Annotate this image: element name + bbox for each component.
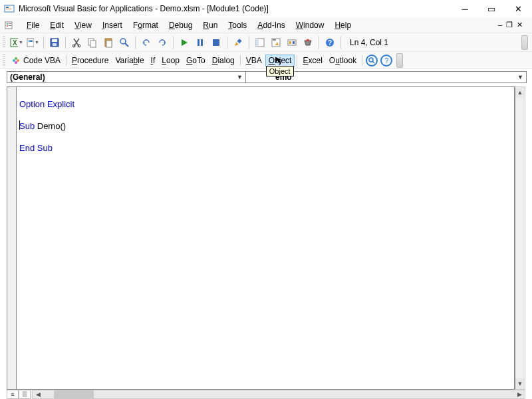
window-title: Microsoft Visual Basic for Applications …	[19, 4, 458, 13]
menu-help[interactable]: Help	[329, 19, 356, 31]
object-dropdown-value: (General)	[10, 72, 45, 82]
chevron-down-icon: ▼	[517, 74, 523, 80]
scroll-up-arrow[interactable]: ▲	[515, 87, 525, 98]
insert-module-icon[interactable]: ▼	[25, 35, 40, 50]
menu-file[interactable]: File	[21, 19, 45, 31]
menu-window[interactable]: Window	[291, 19, 330, 31]
outlook-button[interactable]: Outlook	[326, 55, 360, 66]
svg-point-22	[120, 39, 126, 44]
code-line: End Sub	[19, 143, 53, 153]
mdi-controls: – ❐ ✕	[498, 21, 528, 29]
vba-button[interactable]: VBA	[243, 55, 265, 66]
svg-rect-12	[29, 41, 33, 42]
break-icon[interactable]	[193, 35, 207, 50]
procedure-view-button[interactable]: ≡	[7, 390, 19, 399]
code-editor[interactable]: Option Explicit Sub Demo() End Sub	[16, 86, 515, 390]
procedure-button[interactable]: Procedure	[68, 55, 112, 66]
scroll-left-arrow[interactable]: ◀	[33, 390, 43, 398]
bottom-bar: ≡ ☰ ◀ ▶	[7, 390, 525, 399]
undo-icon[interactable]	[139, 35, 154, 50]
horizontal-scrollbar[interactable]: ◀ ▶	[32, 390, 525, 399]
loop-button[interactable]: Loop	[158, 55, 183, 66]
copy-icon[interactable]	[85, 35, 100, 50]
dialog-button[interactable]: Dialog	[209, 55, 238, 66]
find-icon[interactable]	[117, 35, 132, 50]
help-circle-icon[interactable]: ?	[380, 55, 392, 66]
excel-button[interactable]: Excel	[299, 55, 325, 66]
if-button[interactable]: If	[148, 55, 159, 66]
svg-rect-10	[27, 39, 34, 47]
chevron-down-icon: ▼	[237, 74, 243, 80]
object-button[interactable]: Object Object	[265, 55, 295, 66]
reset-icon[interactable]	[209, 35, 223, 50]
run-icon[interactable]	[177, 35, 192, 50]
mdi-minimize-button[interactable]: –	[498, 21, 502, 29]
save-icon[interactable]	[47, 35, 62, 50]
minimize-button[interactable]: ─	[458, 4, 472, 14]
svg-rect-34	[293, 41, 295, 44]
scroll-track[interactable]	[515, 98, 525, 378]
close-button[interactable]: ✕	[511, 4, 525, 14]
svg-rect-24	[198, 39, 200, 46]
svg-rect-14	[52, 39, 57, 42]
svg-rect-7	[9, 25, 11, 26]
object-browser-icon[interactable]	[285, 35, 299, 50]
project-explorer-icon[interactable]	[253, 35, 267, 50]
menu-debug[interactable]: Debug	[164, 19, 198, 31]
scroll-down-arrow[interactable]: ▼	[515, 378, 525, 389]
svg-point-41	[15, 61, 17, 64]
mdi-restore-button[interactable]: ❐	[506, 21, 513, 29]
separator	[173, 37, 174, 49]
svg-rect-19	[90, 41, 96, 47]
goto-button[interactable]: GoTo	[183, 55, 209, 66]
help-icon[interactable]: ?	[323, 35, 337, 50]
variable-button[interactable]: Variable	[112, 55, 147, 66]
properties-icon[interactable]	[269, 35, 283, 50]
toolbar-overflow[interactable]	[396, 53, 403, 68]
design-mode-icon[interactable]	[231, 35, 245, 50]
scroll-track[interactable]	[94, 390, 514, 398]
search-icon[interactable]	[366, 55, 378, 66]
separator	[65, 37, 66, 49]
mdi-close-button[interactable]: ✕	[517, 21, 523, 29]
menu-tools[interactable]: Tools	[223, 19, 252, 31]
svg-rect-26	[213, 39, 219, 46]
view-excel-icon[interactable]: X▼	[9, 35, 24, 50]
menu-insert[interactable]: Insert	[97, 19, 128, 31]
svg-rect-32	[288, 40, 296, 45]
scroll-thumb[interactable]	[54, 390, 94, 398]
text-caret	[19, 120, 20, 130]
svg-rect-2	[6, 9, 11, 9]
module-icon[interactable]	[4, 20, 15, 31]
toolbar-overflow[interactable]	[521, 35, 528, 50]
menu-edit[interactable]: Edit	[45, 19, 69, 31]
svg-rect-11	[29, 40, 33, 41]
separator	[249, 37, 249, 49]
codevba-label: Code VBA	[23, 56, 61, 65]
paste-icon[interactable]	[101, 35, 116, 50]
toolbar-grip[interactable]	[3, 55, 5, 66]
svg-point-5	[7, 25, 8, 27]
toolbox-icon[interactable]	[301, 35, 315, 50]
scroll-right-arrow[interactable]: ▶	[514, 390, 525, 398]
svg-text:X: X	[13, 39, 17, 47]
vertical-scrollbar[interactable]: ▲ ▼	[515, 86, 525, 390]
toolbar-grip[interactable]	[3, 37, 5, 49]
code-line: Option Explicit	[19, 99, 74, 109]
svg-rect-1	[6, 7, 9, 8]
margin-indicator-bar[interactable]	[7, 86, 16, 390]
code-pane: Option Explicit Sub Demo() End Sub ▲ ▼	[7, 86, 525, 390]
menu-format[interactable]: Format	[128, 19, 164, 31]
maximize-button[interactable]: ▭	[484, 4, 499, 14]
svg-rect-33	[289, 41, 291, 44]
redo-icon[interactable]	[155, 35, 170, 50]
cut-icon[interactable]	[69, 35, 84, 50]
code-keyword: Sub	[19, 121, 35, 131]
codevba-brand-icon[interactable]: Code VBA	[8, 53, 64, 68]
object-dropdown[interactable]: (General) ▼	[7, 71, 246, 83]
menu-run[interactable]: Run	[198, 19, 223, 31]
menu-view[interactable]: View	[69, 19, 97, 31]
svg-rect-25	[201, 39, 203, 46]
full-module-view-button[interactable]: ☰	[19, 390, 31, 399]
menu-addins[interactable]: Add-Ins	[252, 19, 290, 31]
